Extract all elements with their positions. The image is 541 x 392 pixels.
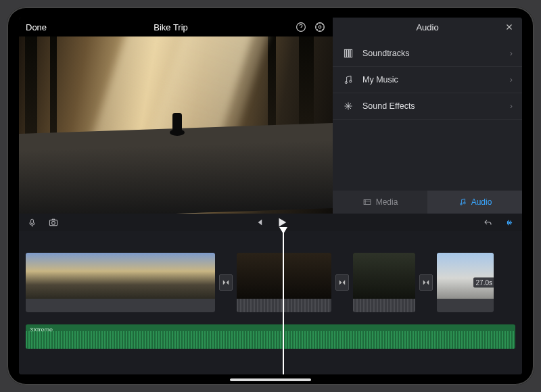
tab-audio[interactable]: Audio: [427, 191, 522, 214]
row-label: My Music: [362, 75, 398, 84]
video-preview[interactable]: [19, 36, 333, 214]
audio-waveform-icon[interactable]: [503, 216, 515, 228]
skip-back-icon[interactable]: [253, 216, 265, 228]
tab-media[interactable]: Media: [333, 191, 427, 214]
mic-icon[interactable]: [26, 216, 38, 228]
home-indicator[interactable]: [230, 378, 311, 381]
sparkle-icon: [342, 100, 354, 112]
svg-point-11: [463, 202, 465, 204]
preview-header: Done Bike Trip: [19, 18, 333, 36]
video-clip[interactable]: [353, 253, 415, 312]
soundtracks-icon: [342, 47, 354, 59]
audio-category-list: Soundtracks › My Music › Sound Effects ›: [333, 36, 522, 191]
app-screen: Done Bike Trip Audio: [19, 18, 522, 374]
svg-point-7: [345, 81, 347, 83]
svg-rect-5: [348, 49, 349, 57]
my-music-row[interactable]: My Music ›: [333, 67, 522, 93]
transport-toolbar: [19, 214, 522, 231]
audio-panel: Audio Soundtracks › My Music: [333, 18, 522, 214]
svg-point-8: [350, 80, 352, 82]
done-button[interactable]: Done: [26, 22, 47, 32]
chevron-right-icon: ›: [510, 101, 513, 111]
row-label: Sound Effects: [362, 101, 415, 111]
help-icon[interactable]: [295, 21, 307, 33]
soundtracks-row[interactable]: Soundtracks ›: [333, 41, 522, 67]
video-clip[interactable]: 27.0s: [437, 253, 494, 312]
audio-clip[interactable]: 3Xtreme: [26, 324, 515, 349]
clip-duration-badge: 27.0s: [473, 278, 494, 288]
undo-icon[interactable]: [481, 216, 494, 228]
video-clip[interactable]: [26, 253, 215, 312]
music-note-icon: [342, 74, 354, 86]
svg-rect-12: [30, 219, 33, 224]
sound-effects-row[interactable]: Sound Effects ›: [333, 93, 522, 120]
svg-point-14: [52, 221, 55, 224]
top-area: Done Bike Trip Audio: [19, 18, 522, 214]
chevron-right-icon: ›: [510, 49, 513, 58]
audio-panel-header: Audio: [333, 18, 522, 36]
audio-panel-title: Audio: [416, 22, 438, 32]
preview-pane: Done Bike Trip: [19, 18, 333, 214]
transition-icon[interactable]: [219, 253, 233, 312]
svg-rect-9: [364, 200, 371, 205]
tab-label: Audio: [471, 197, 492, 207]
panel-tabs: Media Audio: [333, 191, 522, 214]
svg-point-2: [319, 26, 321, 28]
camera-icon[interactable]: [47, 216, 60, 228]
svg-rect-4: [346, 49, 347, 57]
timeline[interactable]: 27.0s 3Xtreme: [19, 231, 522, 374]
transition-icon[interactable]: [419, 253, 433, 312]
transition-icon[interactable]: [335, 253, 349, 312]
project-title: Bike Trip: [47, 22, 295, 32]
play-icon[interactable]: [276, 216, 288, 228]
playhead[interactable]: [283, 231, 284, 374]
video-track: 27.0s: [26, 253, 515, 312]
svg-point-1: [316, 23, 325, 32]
svg-point-10: [460, 203, 462, 205]
tab-label: Media: [376, 197, 398, 207]
row-label: Soundtracks: [362, 49, 409, 58]
settings-icon[interactable]: [314, 21, 326, 33]
video-clip[interactable]: [237, 253, 331, 312]
close-icon[interactable]: [503, 21, 515, 33]
ipad-frame: Done Bike Trip Audio: [7, 7, 534, 385]
chevron-right-icon: ›: [510, 75, 513, 84]
svg-rect-6: [350, 49, 350, 57]
